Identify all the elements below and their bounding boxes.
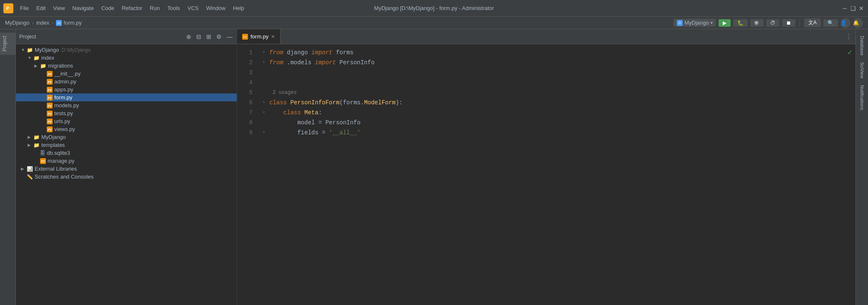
tree-header-title: Project <box>19 33 183 40</box>
search-everywhere-button[interactable]: 🔍 <box>823 19 838 27</box>
toolbar-right: D MyDjango ▾ ▶ 🐛 ⛨ ⏱ ⏹ 文A 🔍 👤 🔔 <box>673 18 863 28</box>
code-line-3 <box>263 68 855 88</box>
tree-item-migrations[interactable]: ▶ 📁 migrations <box>16 62 237 70</box>
debug-button[interactable]: 🐛 <box>733 19 748 27</box>
tree-item-mydjangoroot[interactable]: ▼ 📁 MyDjango D:\MyDjango <box>16 46 237 54</box>
title-bar: P File Edit View Navigate Code Refactor … <box>0 0 868 17</box>
add-tree-item-icon[interactable]: ⊕ <box>185 33 192 41</box>
tree-item-tests[interactable]: py tests.py <box>16 109 237 117</box>
editor-area: py form.py ✕ ⋮ 1 2 3 4 5 6 7 8 9 <box>237 29 855 305</box>
notifications-panel-tab[interactable]: Notifications <box>858 82 866 113</box>
window-controls: ─ ❑ ✕ <box>841 5 865 12</box>
fold-1[interactable]: ▾ <box>263 48 269 58</box>
tree-label-scratches: Scratches and Consoles <box>35 174 94 180</box>
breadcrumb-toolbar: MyDjango › index › py form.py D MyDjango… <box>0 17 868 29</box>
tree-item-index[interactable]: ▼ 📁 index <box>16 54 237 62</box>
tree-label-mydjango2: MyDjango <box>41 134 66 140</box>
menu-file[interactable]: File <box>17 3 32 13</box>
tree-item-dbsqlite[interactable]: 🗄 db.sqlite3 <box>16 149 237 157</box>
close-button[interactable]: ✕ <box>858 5 865 12</box>
tree-item-models[interactable]: py models.py <box>16 101 237 109</box>
settings-icon[interactable]: ⚙ <box>215 33 223 41</box>
admin-file-icon: py <box>47 79 53 85</box>
menu-edit[interactable]: Edit <box>33 3 49 13</box>
minimize-button[interactable]: ─ <box>841 5 848 12</box>
line-num-1: 1 <box>237 48 253 58</box>
breadcrumb-filename: form.py <box>63 20 81 26</box>
tree-label-migrations: migrations <box>48 63 73 69</box>
project-tab[interactable]: Project <box>0 33 15 55</box>
left-sidebar: Project <box>0 29 16 305</box>
tree-item-init[interactable]: py __init__.py <box>16 70 237 78</box>
translate-button[interactable]: 文A <box>804 18 821 27</box>
menu-refactor[interactable]: Refactor <box>119 3 146 13</box>
apps-file-icon: py <box>47 87 53 93</box>
maximize-button[interactable]: ❑ <box>850 5 856 12</box>
account-button[interactable]: 👤 <box>840 18 850 28</box>
code-line-9 <box>263 138 855 158</box>
urls-file-icon: py <box>47 118 53 124</box>
fold-6[interactable]: ▾ <box>263 108 269 118</box>
line-num-7: 7 <box>237 108 253 118</box>
tree-item-admin[interactable]: py admin.py <box>16 78 237 86</box>
tree-item-extlibs[interactable]: ▶ 📊 External Libraries <box>16 165 237 173</box>
fold-8[interactable]: ▾ <box>263 128 269 138</box>
tab-file-icon: py <box>242 34 248 40</box>
tab-close-button[interactable]: ✕ <box>271 34 275 40</box>
code-content[interactable]: ▾ from django import forms ▾ from .model… <box>256 44 855 305</box>
run-button[interactable]: ▶ <box>719 19 731 27</box>
tree-item-form[interactable]: py form.py <box>16 93 237 101</box>
menu-vcs[interactable]: VCS <box>184 3 202 13</box>
line-numbers: 1 2 3 4 5 6 7 8 9 <box>237 44 256 305</box>
menu-run[interactable]: Run <box>147 3 163 13</box>
fold-2[interactable]: ▾ <box>263 58 269 68</box>
menu-view[interactable]: View <box>50 3 68 13</box>
line-num-6: 6 <box>237 98 253 108</box>
tree-item-mydjango2[interactable]: ▶ 📁 MyDjango <box>16 133 237 141</box>
editor-tab-form[interactable]: py form.py ✕ <box>237 29 281 44</box>
form-file-icon: py <box>56 20 62 26</box>
menu-navigate[interactable]: Navigate <box>69 3 97 13</box>
line-num-2: 2 <box>237 58 253 68</box>
profile-button[interactable]: ⏱ <box>766 19 779 27</box>
run-config-selector[interactable]: D MyDjango ▾ <box>673 19 716 27</box>
tree-item-managepy[interactable]: py manage.py <box>16 157 237 165</box>
file-tree: ▼ 📁 MyDjango D:\MyDjango ▼ 📁 index ▶ 📁 m… <box>16 44 237 305</box>
stop-button[interactable]: ⏹ <box>782 19 795 27</box>
update-button[interactable]: 🔔 <box>853 18 863 28</box>
tree-item-urls[interactable]: py urls.py <box>16 117 237 125</box>
extlibs-icon: 📊 <box>27 166 33 172</box>
tab-bar: py form.py ✕ ⋮ <box>237 29 855 44</box>
tree-item-views[interactable]: py views.py <box>16 125 237 133</box>
tab-menu-button[interactable]: ⋮ <box>842 33 855 40</box>
tree-label-init: __init__.py <box>54 71 81 77</box>
breadcrumb-file[interactable]: py form.py <box>56 20 81 26</box>
tree-item-apps[interactable]: py apps.py <box>16 86 237 93</box>
scroll-to-icon[interactable]: ⊞ <box>205 33 212 41</box>
menu-window[interactable]: Window <box>203 3 229 13</box>
breadcrumb-mydjangoroot[interactable]: MyDjango <box>5 20 30 26</box>
tree-label-form: form.py <box>54 94 72 101</box>
menu-help[interactable]: Help <box>230 3 248 13</box>
views-file-icon: py <box>47 126 53 132</box>
tests-file-icon: py <box>47 111 53 116</box>
menu-tools[interactable]: Tools <box>164 3 183 13</box>
tree-label-index: index <box>41 55 54 61</box>
fold-5[interactable]: ▾ <box>263 98 269 108</box>
sciview-panel-tab[interactable]: SciView <box>858 59 866 82</box>
collapse-all-icon[interactable]: ⊟ <box>195 33 202 41</box>
tree-item-scratches[interactable]: ✏️ Scratches and Consoles <box>16 173 237 181</box>
database-panel-tab[interactable]: Database <box>858 33 866 59</box>
models-file-icon: py <box>47 103 53 108</box>
run-config-icon: D <box>677 20 683 26</box>
code-editor[interactable]: 1 2 3 4 5 6 7 8 9 ▾ from django import f… <box>237 44 855 305</box>
scratches-icon: ✏️ <box>27 174 33 180</box>
breadcrumb-sep1: › <box>32 20 34 26</box>
coverage-button[interactable]: ⛨ <box>750 19 764 27</box>
menu-code[interactable]: Code <box>98 3 118 13</box>
tree-label-apps: apps.py <box>54 86 73 93</box>
breadcrumb-index[interactable]: index <box>36 20 49 26</box>
close-panel-icon[interactable]: — <box>226 33 233 41</box>
code-line-4: 2 usages <box>263 88 855 98</box>
tree-item-templates[interactable]: ▶ 📁 templates <box>16 141 237 149</box>
